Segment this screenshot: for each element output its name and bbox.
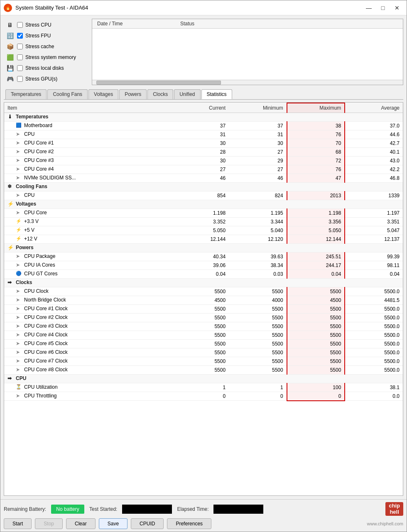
maximize-button[interactable]: □ bbox=[377, 3, 389, 13]
section-label: Cooling Fans bbox=[16, 184, 47, 189]
stress-options-panel: 🖥 Stress CPU 🔢 Stress FPU 📦 Stress cache… bbox=[4, 19, 87, 85]
row-item-label: CPU Core #2 Clock bbox=[24, 314, 68, 320]
stress-memory-checkbox[interactable] bbox=[17, 54, 23, 60]
tab-unified[interactable]: Unified bbox=[174, 89, 200, 99]
maximum-cell: 5500 bbox=[287, 357, 345, 366]
row-item-label: +12 V bbox=[24, 236, 37, 242]
table-row: ➤CPU Throttling0000.0 bbox=[4, 392, 403, 401]
log-scrollbar[interactable] bbox=[92, 80, 403, 85]
maximum-cell: 76 bbox=[287, 130, 345, 139]
col-average-header: Average bbox=[345, 103, 403, 113]
log-header: Date / Time Status bbox=[92, 19, 403, 29]
table-row: ➤CPU Core #8 Clock5500550055005500.0 bbox=[4, 366, 403, 375]
row-item-label: CPU Core #6 Clock bbox=[24, 349, 68, 355]
table-row: 🌡Temperatures bbox=[4, 113, 403, 122]
stress-gpu-label: Stress GPU(s) bbox=[25, 76, 57, 82]
tab-clocks[interactable]: Clocks bbox=[147, 89, 173, 99]
table-row: ➤CPU Core #130307042.7 bbox=[4, 139, 403, 148]
window-controls: — □ ✕ bbox=[363, 3, 403, 13]
row-item-label: CPU Core #3 bbox=[24, 157, 54, 163]
stress-gpu-checkbox[interactable] bbox=[17, 76, 23, 82]
log-scrollbar-thumb[interactable] bbox=[96, 81, 221, 85]
maximum-cell: 47 bbox=[287, 174, 345, 183]
table-row: ➤CPU Core #228276840.1 bbox=[4, 148, 403, 157]
maximum-cell: 5.050 bbox=[287, 226, 345, 235]
row-item-label: CPU bbox=[24, 131, 34, 137]
stress-disks-checkbox[interactable] bbox=[17, 65, 23, 71]
maximum-cell: 2013 bbox=[287, 191, 345, 200]
row-item-label: NVMe SOLIDIGM SS... bbox=[24, 175, 76, 181]
table-row: ➤CPU31317644.6 bbox=[4, 130, 403, 139]
maximum-cell: 1.198 bbox=[287, 209, 345, 218]
table-body: 🌡Temperatures🟦Motherboard37373837.0➤CPU3… bbox=[4, 113, 403, 401]
stress-cache-label: Stress cache bbox=[25, 44, 54, 49]
row-item-label: +5 V bbox=[24, 227, 34, 233]
section-icon: ➡ bbox=[7, 375, 14, 382]
row-item-label: CPU Core #2 bbox=[24, 149, 54, 154]
stress-fpu-label: Stress FPU bbox=[25, 33, 51, 39]
preferences-button[interactable]: Preferences bbox=[167, 518, 211, 529]
cpuid-button[interactable]: CPUID bbox=[131, 518, 164, 529]
tab-statistics[interactable]: Statistics bbox=[201, 89, 232, 99]
table-row: ➡Clocks bbox=[4, 279, 403, 287]
maximum-cell: 245.51 bbox=[287, 253, 345, 261]
tab-cooling-fans[interactable]: Cooling Fans bbox=[47, 89, 88, 99]
section-label: Clocks bbox=[16, 279, 32, 285]
table-row: ➤CPU Core #7 Clock5500550055005500.0 bbox=[4, 357, 403, 366]
tab-powers[interactable]: Powers bbox=[119, 89, 147, 99]
top-section: 🖥 Stress CPU 🔢 Stress FPU 📦 Stress cache… bbox=[4, 19, 403, 85]
section-icon: ❄ bbox=[7, 184, 14, 190]
battery-label: Remaining Battery: bbox=[4, 506, 46, 512]
close-button[interactable]: ✕ bbox=[391, 3, 403, 13]
maximum-cell: 5500 bbox=[287, 305, 345, 314]
log-datetime-header: Date / Time bbox=[94, 20, 177, 27]
tab-voltages[interactable]: Voltages bbox=[88, 89, 118, 99]
statistics-table: Item Current Minimum Maximum Average 🌡Te… bbox=[4, 103, 403, 401]
statistics-table-container: Item Current Minimum Maximum Average 🌡Te… bbox=[4, 102, 403, 496]
tab-temperatures[interactable]: Temperatures bbox=[5, 89, 47, 99]
stress-cpu-option[interactable]: 🖥 Stress CPU bbox=[5, 20, 85, 29]
stress-cache-checkbox[interactable] bbox=[17, 44, 23, 49]
table-row: ⚡Voltages bbox=[4, 200, 403, 209]
log-body bbox=[92, 29, 403, 80]
table-row: ➤CPU Core #3 Clock5500550055005500.0 bbox=[4, 322, 403, 331]
row-item-label: CPU Clock bbox=[24, 288, 49, 294]
section-label: CPU bbox=[16, 375, 26, 381]
save-button[interactable]: Save bbox=[99, 518, 127, 529]
row-item-label: CPU Core #4 bbox=[24, 166, 54, 172]
stress-memory-option[interactable]: 🟩 Stress system memory bbox=[5, 53, 85, 62]
stress-cpu-checkbox[interactable] bbox=[17, 22, 23, 28]
maximum-cell: 5500 bbox=[287, 331, 345, 340]
cache-stress-icon: 📦 bbox=[5, 42, 15, 51]
maximum-cell: 5500 bbox=[287, 314, 345, 322]
table-row: ➤NVMe SOLIDIGM SS...46464746.8 bbox=[4, 174, 403, 183]
stress-gpu-option[interactable]: 🎮 Stress GPU(s) bbox=[5, 74, 85, 83]
stress-fpu-option[interactable]: 🔢 Stress FPU bbox=[5, 31, 85, 40]
stress-cache-option[interactable]: 📦 Stress cache bbox=[5, 42, 85, 51]
clear-button[interactable]: Clear bbox=[66, 518, 96, 529]
row-item-label: CPU GT Cores bbox=[24, 271, 57, 277]
start-button[interactable]: Start bbox=[4, 518, 32, 529]
buttons-row: Start Stop Clear Save CPUID Preferences … bbox=[4, 518, 403, 529]
col-item-header: Item bbox=[4, 103, 171, 113]
maximum-cell: 0 bbox=[287, 392, 345, 401]
row-item-label: Motherboard bbox=[24, 123, 52, 128]
table-row: ➤CPU Core #1 Clock5500550055005500.0 bbox=[4, 305, 403, 314]
stop-button[interactable]: Stop bbox=[35, 518, 63, 529]
table-row: ➤CPU IA Cores39.0638.34244.1798.11 bbox=[4, 261, 403, 270]
test-started-label: Test Started: bbox=[89, 506, 117, 512]
stress-disks-option[interactable]: 💾 Stress local disks bbox=[5, 64, 85, 73]
fpu-stress-icon: 🔢 bbox=[5, 31, 15, 40]
disks-stress-icon: 💾 bbox=[5, 64, 15, 73]
table-row: ➤CPU Core #5 Clock5500550055005500.0 bbox=[4, 340, 403, 348]
section-label: Voltages bbox=[16, 201, 36, 207]
maximum-cell: 38 bbox=[287, 122, 345, 130]
table-row: ➤North Bridge Clock4500400045004481.5 bbox=[4, 296, 403, 305]
maximum-cell: 5500 bbox=[287, 287, 345, 296]
row-item-label: CPU Core #1 Clock bbox=[24, 306, 68, 311]
minimize-button[interactable]: — bbox=[363, 3, 375, 13]
content-area: 🖥 Stress CPU 🔢 Stress FPU 📦 Stress cache… bbox=[0, 15, 407, 499]
stress-fpu-checkbox[interactable] bbox=[17, 33, 23, 39]
gpu-stress-icon: 🎮 bbox=[5, 74, 15, 83]
table-row: ➤CPU Core #6 Clock5500550055005500.0 bbox=[4, 348, 403, 357]
